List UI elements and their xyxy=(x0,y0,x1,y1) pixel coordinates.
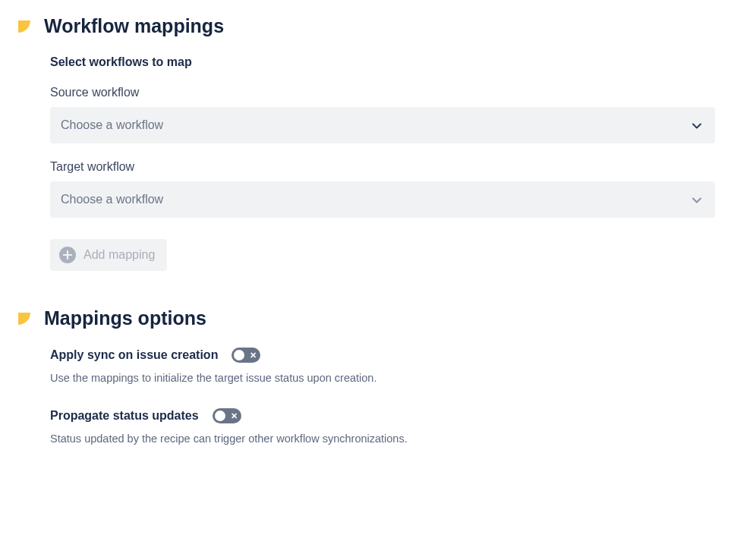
section-header: Mappings options xyxy=(0,307,756,329)
propagate-status-toggle[interactable]: ✕ xyxy=(213,408,241,423)
option-label: Propagate status updates xyxy=(50,409,199,423)
add-mapping-label: Add mapping xyxy=(83,248,155,262)
chevron-down-icon xyxy=(692,193,701,206)
option-description: Use the mappings to initialize the targe… xyxy=(50,372,715,384)
section-bullet-icon xyxy=(18,313,30,325)
target-workflow-field: Target workflow Choose a workflow xyxy=(50,160,715,218)
apply-sync-toggle[interactable]: ✕ xyxy=(232,348,260,363)
toggle-knob xyxy=(215,411,225,421)
workflow-mappings-section: Workflow mappings Select workflows to ma… xyxy=(0,15,756,271)
option-row: Apply sync on issue creation ✕ xyxy=(50,348,715,363)
option-apply-sync: Apply sync on issue creation ✕ Use the m… xyxy=(50,348,715,384)
source-workflow-field: Source workflow Choose a workflow xyxy=(50,86,715,143)
option-description: Status updated by the recipe can trigger… xyxy=(50,433,715,445)
source-workflow-select[interactable]: Choose a workflow xyxy=(50,107,715,143)
option-propagate-status: Propagate status updates ✕ Status update… xyxy=(50,408,715,445)
source-workflow-placeholder: Choose a workflow xyxy=(61,118,163,132)
section-header: Workflow mappings xyxy=(0,15,756,37)
section-content: Select workflows to map Source workflow … xyxy=(0,55,756,271)
target-workflow-placeholder: Choose a workflow xyxy=(61,193,163,206)
section-title: Workflow mappings xyxy=(44,15,224,37)
toggle-off-icon: ✕ xyxy=(231,412,238,420)
option-row: Propagate status updates ✕ xyxy=(50,408,715,423)
source-workflow-label: Source workflow xyxy=(50,86,715,99)
target-workflow-select[interactable]: Choose a workflow xyxy=(50,181,715,218)
plus-circle-icon xyxy=(59,247,76,263)
toggle-knob xyxy=(234,350,244,360)
toggle-off-icon: ✕ xyxy=(250,351,257,360)
section-bullet-icon xyxy=(18,20,30,33)
target-workflow-label: Target workflow xyxy=(50,160,715,174)
option-label: Apply sync on issue creation xyxy=(50,348,218,362)
section-title: Mappings options xyxy=(44,307,206,329)
add-mapping-button[interactable]: Add mapping xyxy=(50,239,167,271)
section-content: Apply sync on issue creation ✕ Use the m… xyxy=(0,348,756,445)
chevron-down-icon xyxy=(692,118,701,132)
section-subtitle: Select workflows to map xyxy=(50,55,715,69)
mappings-options-section: Mappings options Apply sync on issue cre… xyxy=(0,307,756,445)
